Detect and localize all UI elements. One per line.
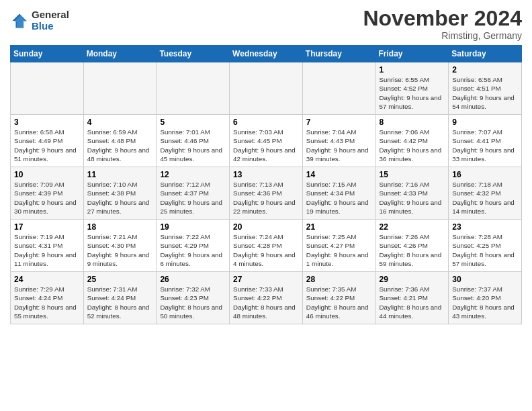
- page-container: General Blue November 2024 Rimsting, Ger…: [0, 0, 532, 331]
- day-number: 22: [380, 222, 445, 232]
- logo: General Blue: [10, 9, 69, 32]
- header-thursday: Thursday: [302, 46, 375, 62]
- day-number: 26: [160, 275, 226, 284]
- day-number: 7: [306, 118, 372, 127]
- day-number: 19: [160, 222, 226, 232]
- calendar-cell: 21Sunrise: 7:25 AM Sunset: 4:27 PM Dayli…: [302, 220, 375, 272]
- day-number: 10: [14, 170, 80, 179]
- calendar-cell: 30Sunrise: 7:37 AM Sunset: 4:20 PM Dayli…: [449, 272, 522, 324]
- calendar-cell: 25Sunrise: 7:31 AM Sunset: 4:24 PM Dayli…: [83, 272, 157, 324]
- calendar-cell: 5Sunrise: 7:01 AM Sunset: 4:46 PM Daylig…: [157, 115, 230, 167]
- day-info: Sunrise: 7:09 AM Sunset: 4:39 PM Dayligh…: [14, 180, 80, 216]
- day-info: Sunrise: 7:19 AM Sunset: 4:31 PM Dayligh…: [14, 232, 80, 268]
- day-info: Sunrise: 7:13 AM Sunset: 4:36 PM Dayligh…: [233, 180, 299, 216]
- calendar-cell: 22Sunrise: 7:26 AM Sunset: 4:26 PM Dayli…: [375, 220, 449, 272]
- day-number: 5: [160, 118, 226, 127]
- calendar-cell: 2Sunrise: 6:56 AM Sunset: 4:51 PM Daylig…: [449, 62, 522, 115]
- calendar-cell: 4Sunrise: 6:59 AM Sunset: 4:48 PM Daylig…: [83, 115, 157, 167]
- day-number: 14: [306, 170, 372, 179]
- calendar-week-3: 10Sunrise: 7:09 AM Sunset: 4:39 PM Dayli…: [11, 167, 522, 220]
- calendar-cell: 24Sunrise: 7:29 AM Sunset: 4:24 PM Dayli…: [11, 272, 84, 324]
- header: General Blue November 2024 Rimsting, Ger…: [10, 7, 522, 41]
- day-info: Sunrise: 7:35 AM Sunset: 4:22 PM Dayligh…: [306, 285, 372, 320]
- calendar-cell: 6Sunrise: 7:03 AM Sunset: 4:45 PM Daylig…: [230, 115, 303, 167]
- day-info: Sunrise: 7:06 AM Sunset: 4:42 PM Dayligh…: [380, 128, 445, 163]
- calendar-cell: [157, 62, 230, 115]
- day-number: 12: [160, 170, 226, 179]
- month-title: November 2024: [363, 7, 522, 30]
- day-info: Sunrise: 7:25 AM Sunset: 4:27 PM Dayligh…: [306, 232, 372, 268]
- logo-general-text: General: [32, 9, 69, 21]
- day-number: 2: [452, 65, 518, 75]
- logo-icon: [10, 11, 29, 30]
- logo-blue-text: Blue: [32, 21, 69, 32]
- calendar-week-4: 17Sunrise: 7:19 AM Sunset: 4:31 PM Dayli…: [11, 220, 522, 272]
- day-number: 1: [380, 65, 445, 75]
- calendar-cell: [11, 62, 84, 115]
- day-number: 24: [14, 275, 80, 284]
- calendar-cell: 18Sunrise: 7:21 AM Sunset: 4:30 PM Dayli…: [83, 220, 157, 272]
- calendar-table: Sunday Monday Tuesday Wednesday Thursday…: [10, 45, 522, 324]
- day-number: 6: [233, 118, 299, 127]
- day-number: 27: [233, 275, 299, 284]
- day-info: Sunrise: 7:31 AM Sunset: 4:24 PM Dayligh…: [87, 285, 153, 320]
- calendar-cell: 16Sunrise: 7:18 AM Sunset: 4:32 PM Dayli…: [449, 167, 522, 220]
- day-info: Sunrise: 7:32 AM Sunset: 4:23 PM Dayligh…: [160, 285, 226, 320]
- day-info: Sunrise: 6:56 AM Sunset: 4:51 PM Dayligh…: [452, 75, 518, 111]
- day-number: 29: [380, 275, 445, 284]
- calendar-cell: [83, 62, 157, 115]
- calendar-cell: 9Sunrise: 7:07 AM Sunset: 4:41 PM Daylig…: [449, 115, 522, 167]
- header-monday: Monday: [83, 46, 157, 62]
- day-number: 30: [452, 275, 518, 284]
- title-block: November 2024 Rimsting, Germany: [363, 7, 522, 41]
- day-info: Sunrise: 7:36 AM Sunset: 4:21 PM Dayligh…: [380, 285, 445, 320]
- calendar-cell: 10Sunrise: 7:09 AM Sunset: 4:39 PM Dayli…: [11, 167, 84, 220]
- day-number: 13: [233, 170, 299, 179]
- logo-text: General Blue: [32, 9, 69, 32]
- day-number: 25: [87, 275, 153, 284]
- header-tuesday: Tuesday: [157, 46, 230, 62]
- day-info: Sunrise: 7:10 AM Sunset: 4:38 PM Dayligh…: [87, 180, 153, 216]
- calendar-cell: 26Sunrise: 7:32 AM Sunset: 4:23 PM Dayli…: [157, 272, 230, 324]
- day-info: Sunrise: 6:58 AM Sunset: 4:49 PM Dayligh…: [14, 128, 80, 163]
- day-info: Sunrise: 7:28 AM Sunset: 4:25 PM Dayligh…: [452, 232, 518, 268]
- day-number: 20: [233, 222, 299, 232]
- calendar-week-2: 3Sunrise: 6:58 AM Sunset: 4:49 PM Daylig…: [11, 115, 522, 167]
- header-wednesday: Wednesday: [230, 46, 303, 62]
- day-number: 8: [380, 118, 445, 127]
- day-number: 4: [87, 118, 153, 127]
- day-info: Sunrise: 7:12 AM Sunset: 4:37 PM Dayligh…: [160, 180, 226, 216]
- day-info: Sunrise: 7:22 AM Sunset: 4:29 PM Dayligh…: [160, 232, 226, 268]
- day-number: 17: [14, 222, 80, 232]
- day-info: Sunrise: 7:01 AM Sunset: 4:46 PM Dayligh…: [160, 128, 226, 163]
- day-info: Sunrise: 7:16 AM Sunset: 4:33 PM Dayligh…: [380, 180, 445, 216]
- day-number: 9: [452, 118, 518, 127]
- calendar-cell: 27Sunrise: 7:33 AM Sunset: 4:22 PM Dayli…: [230, 272, 303, 324]
- day-info: Sunrise: 6:59 AM Sunset: 4:48 PM Dayligh…: [87, 128, 153, 163]
- calendar-cell: 20Sunrise: 7:24 AM Sunset: 4:28 PM Dayli…: [230, 220, 303, 272]
- calendar-cell: 12Sunrise: 7:12 AM Sunset: 4:37 PM Dayli…: [157, 167, 230, 220]
- header-sunday: Sunday: [11, 46, 84, 62]
- calendar-cell: 13Sunrise: 7:13 AM Sunset: 4:36 PM Dayli…: [230, 167, 303, 220]
- day-info: Sunrise: 7:29 AM Sunset: 4:24 PM Dayligh…: [14, 285, 80, 320]
- calendar-cell: [302, 62, 375, 115]
- day-number: 11: [87, 170, 153, 179]
- calendar-cell: 14Sunrise: 7:15 AM Sunset: 4:34 PM Dayli…: [302, 167, 375, 220]
- day-number: 3: [14, 118, 80, 127]
- calendar-cell: 7Sunrise: 7:04 AM Sunset: 4:43 PM Daylig…: [302, 115, 375, 167]
- calendar-cell: 17Sunrise: 7:19 AM Sunset: 4:31 PM Dayli…: [11, 220, 84, 272]
- header-saturday: Saturday: [449, 46, 522, 62]
- day-info: Sunrise: 7:18 AM Sunset: 4:32 PM Dayligh…: [452, 180, 518, 216]
- day-number: 21: [306, 222, 372, 232]
- calendar-cell: 1Sunrise: 6:55 AM Sunset: 4:52 PM Daylig…: [375, 62, 449, 115]
- day-number: 15: [380, 170, 445, 179]
- calendar-week-1: 1Sunrise: 6:55 AM Sunset: 4:52 PM Daylig…: [11, 62, 522, 115]
- day-info: Sunrise: 7:07 AM Sunset: 4:41 PM Dayligh…: [452, 128, 518, 163]
- day-info: Sunrise: 7:26 AM Sunset: 4:26 PM Dayligh…: [380, 232, 445, 268]
- calendar-cell: 29Sunrise: 7:36 AM Sunset: 4:21 PM Dayli…: [375, 272, 449, 324]
- day-info: Sunrise: 7:37 AM Sunset: 4:20 PM Dayligh…: [452, 285, 518, 320]
- calendar-cell: [230, 62, 303, 115]
- calendar-cell: 8Sunrise: 7:06 AM Sunset: 4:42 PM Daylig…: [375, 115, 449, 167]
- calendar-cell: 28Sunrise: 7:35 AM Sunset: 4:22 PM Dayli…: [302, 272, 375, 324]
- header-friday: Friday: [375, 46, 449, 62]
